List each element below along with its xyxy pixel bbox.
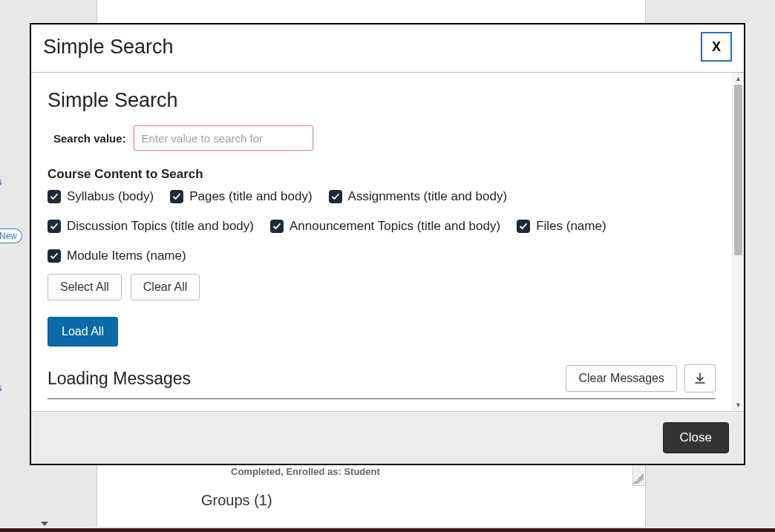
load-all-button[interactable]: Load All — [48, 317, 118, 347]
checkbox-icon[interactable] — [170, 190, 183, 203]
sidebar-partial-text-2 — [0, 278, 1, 289]
download-messages-button[interactable] — [684, 364, 716, 393]
search-label: Search value: — [53, 132, 126, 145]
checkbox-icon[interactable] — [48, 220, 61, 233]
scrollbar-thumb[interactable] — [734, 85, 742, 255]
check-label: Module Items (name) — [67, 249, 186, 263]
check-announcements[interactable]: Announcement Topics (title and body) — [270, 219, 500, 234]
simple-search-modal: Simple Search X Simple Search Search val… — [30, 23, 745, 465]
modal-footer: Close — [31, 411, 744, 464]
checkbox-group: Syllabus (body) Pages (title and body) A… — [48, 189, 716, 263]
loading-messages-heading: Loading Messages — [48, 369, 191, 389]
sidebar-partial-text-3: s — [0, 382, 2, 393]
check-assignments[interactable]: Assignments (title and body) — [329, 189, 508, 204]
messages-header-row: Loading Messages Clear Messages — [48, 364, 716, 399]
check-label: Files (name) — [536, 219, 606, 234]
page-heading: Simple Search — [48, 89, 716, 112]
dropdown-caret-icon — [41, 522, 48, 526]
close-x-button[interactable]: X — [701, 32, 732, 62]
messages-actions: Clear Messages — [566, 364, 716, 393]
scrollbar-up-icon[interactable]: ▲ — [733, 73, 744, 85]
check-discussions[interactable]: Discussion Topics (title and body) — [48, 219, 254, 234]
checkbox-icon[interactable] — [270, 220, 284, 233]
checkbox-icon[interactable] — [48, 249, 61, 263]
bottom-bar — [0, 528, 775, 532]
check-label: Assignments (title and body) — [348, 189, 508, 204]
modal-body-wrap: Simple Search Search value: Course Conte… — [31, 73, 744, 411]
checkbox-icon[interactable] — [329, 190, 342, 203]
clear-messages-button[interactable]: Clear Messages — [566, 365, 677, 392]
close-button[interactable]: Close — [663, 422, 729, 453]
checkbox-icon[interactable] — [517, 220, 530, 233]
modal-title: Simple Search — [43, 36, 174, 59]
check-syllabus[interactable]: Syllabus (body) — [48, 189, 154, 204]
check-label: Pages (title and body) — [189, 189, 312, 204]
check-modules[interactable]: Module Items (name) — [48, 249, 186, 263]
check-label: Discussion Topics (title and body) — [67, 219, 254, 234]
check-pages[interactable]: Pages (title and body) — [170, 189, 312, 204]
search-row: Search value: — [48, 125, 716, 151]
check-label: Announcement Topics (title and body) — [290, 219, 500, 234]
checkbox-icon[interactable] — [48, 190, 61, 203]
select-buttons-row: Select All Clear All — [48, 274, 716, 301]
check-files[interactable]: Files (name) — [517, 219, 606, 234]
search-input[interactable] — [134, 125, 313, 151]
groups-heading: Groups (1) — [201, 492, 272, 509]
download-icon — [694, 372, 706, 384]
check-label: Syllabus (body) — [67, 189, 154, 204]
sidebar-partial-text-1: s — [0, 176, 2, 187]
modal-title-bar: Simple Search X — [31, 24, 744, 73]
scrollbar-down-icon[interactable]: ▼ — [733, 399, 744, 411]
content-section-heading: Course Content to Search — [48, 167, 716, 182]
enrollment-status-text: Completed, Enrolled as: Student — [231, 466, 380, 477]
scrollbar[interactable]: ▲ ▼ — [732, 73, 744, 411]
sidebar-new-badge: New — [0, 229, 22, 243]
clear-all-button[interactable]: Clear All — [131, 274, 200, 301]
modal-body: Simple Search Search value: Course Conte… — [31, 73, 732, 411]
select-all-button[interactable]: Select All — [48, 274, 122, 301]
